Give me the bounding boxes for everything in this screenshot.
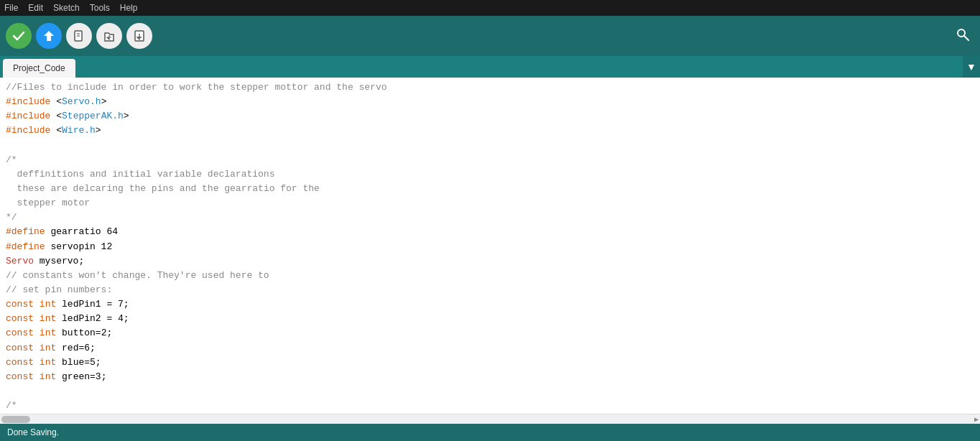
menu-sketch[interactable]: Sketch [53, 3, 80, 13]
code-editor[interactable]: //Files to include in order to work the … [6, 80, 980, 414]
verify-button[interactable] [6, 23, 32, 49]
editor-scroll[interactable]: //Files to include in order to work the … [0, 78, 980, 414]
upload-button[interactable] [36, 23, 62, 49]
toolbar [0, 16, 980, 56]
h-scroll-right-arrow[interactable]: ▶ [974, 415, 979, 424]
new-button[interactable] [66, 23, 92, 49]
menu-tools[interactable]: Tools [90, 3, 110, 13]
search-button[interactable] [951, 24, 974, 47]
menu-help[interactable]: Help [120, 3, 138, 13]
open-button[interactable] [96, 23, 122, 49]
status-text: Done Saving. [7, 427, 59, 437]
tab-bar: Project_Code ▼ [0, 56, 980, 78]
horizontal-scrollbar[interactable]: ▶ [0, 414, 980, 424]
toolbar-right [951, 24, 974, 47]
h-scroll-thumb[interactable] [1, 416, 30, 423]
svg-marker-0 [44, 31, 54, 41]
menu-bar: File Edit Sketch Tools Help [0, 0, 980, 16]
tab-project-code[interactable]: Project_Code [3, 59, 75, 78]
status-bar: Done Saving. [0, 424, 980, 441]
menu-edit[interactable]: Edit [28, 3, 43, 13]
svg-line-6 [964, 36, 969, 40]
save-button[interactable] [126, 23, 152, 49]
tab-dropdown-button[interactable]: ▼ [963, 56, 980, 78]
menu-file[interactable]: File [4, 3, 18, 13]
editor-container: //Files to include in order to work the … [0, 78, 980, 424]
